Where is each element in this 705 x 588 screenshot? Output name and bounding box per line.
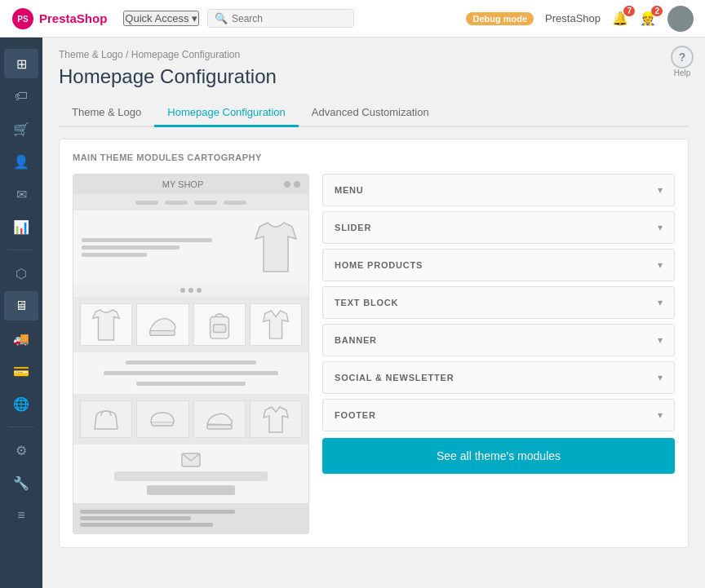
logo[interactable]: PS PrestaShop [11,7,107,30]
module-social-newsletter-header[interactable]: SOCIAL & NEWSLETTER ▾ [323,362,674,393]
wf-tb-line-3 [136,382,246,386]
breadcrumb-current: Homepage Configuration [131,49,240,60]
sidebar-item-modules[interactable]: ⬡ [4,259,38,288]
wf-banner-cap [136,400,188,438]
topbar-right: Debug mode PrestaShop 🔔 7 👷 2 [466,6,694,32]
wireframe-preview: MY SHOP [73,174,309,534]
notif-count: 7 [623,6,635,16]
module-text-block-header[interactable]: TEXT BLOCK ▾ [323,287,674,318]
wf-slider [73,210,308,284]
wf-header: MY SHOP [73,175,308,194]
sidebar-item-messages[interactable]: ✉ [4,179,38,209]
module-home-products-header[interactable]: HOME PRODUCTS ▾ [323,250,674,281]
module-slider-header[interactable]: SLIDER ▾ [323,212,674,243]
wf-shop-name: MY SHOP [82,179,284,189]
sidebar-item-dashboard[interactable]: ⊞ [4,49,38,78]
wf-mail-icon [181,453,201,467]
modules-col: MENU ▾ SLIDER ▾ HOME PRODUCTS ▾ [322,174,675,534]
wf-banner-grid [80,400,302,438]
store-name[interactable]: PrestaShop [545,12,601,24]
logo-text: PrestaShop [39,11,107,25]
help-circle-icon: ? [671,46,694,69]
debug-badge: Debug mode [466,12,534,25]
module-social-newsletter-label: SOCIAL & NEWSLETTER [335,373,454,382]
search-area: 🔍 [207,9,354,28]
wf-nav-item-1 [135,201,158,205]
quick-access-button[interactable]: Quick Access ▾ [123,11,199,26]
sidebar-item-intl[interactable]: 🌐 [4,389,38,418]
intl-icon: 🌐 [13,396,29,412]
wf-slider-dots [73,284,308,297]
sidebar-item-customers[interactable]: 👤 [4,147,38,176]
see-all-button[interactable]: See all theme's modules [322,438,675,474]
wf-textblock [73,352,308,394]
chevron-down-icon: ▾ [658,334,663,346]
sidebar-divider-1 [8,250,34,250]
sidebar-item-nav[interactable]: ≡ [4,501,38,530]
tab-homepage-config[interactable]: Homepage Configuration [154,99,299,127]
sidebar-item-settings[interactable]: ⚙ [4,435,38,465]
module-home-products-label: HOME PRODUCTS [335,260,423,270]
chevron-down-icon: ▾ [658,222,663,233]
wf-newsletter-btn [147,485,234,495]
module-banner-label: BANNER [335,335,377,345]
sidebar-item-payment[interactable]: 💳 [4,356,38,386]
module-footer-label: FOOTER [335,410,376,420]
help-bell[interactable]: 👷 2 [640,11,656,26]
chevron-down-icon: ▾ [658,184,663,196]
shipping-icon: 🚚 [13,331,29,347]
topbar: PS PrestaShop Quick Access ▾ 🔍 Debug mod… [0,0,705,38]
modules-icon: ⬡ [16,266,27,281]
page-title: Homepage Configuration [59,65,689,88]
menu-icon: ≡ [17,508,24,523]
wf-nav-bar [73,194,308,210]
module-text-block-label: TEXT BLOCK [335,298,398,307]
module-banner-header[interactable]: BANNER ▾ [323,325,674,356]
wf-dots [284,181,300,188]
messages-icon: ✉ [16,187,27,202]
sidebar-item-shipping[interactable]: 🚚 [4,324,38,353]
wf-line-3 [82,253,147,257]
payment-icon: 💳 [13,364,29,379]
sidebar-item-design[interactable]: 🖥 [4,291,38,321]
customers-icon: 👤 [13,154,29,170]
wf-products-grid [80,303,302,346]
search-input[interactable] [232,13,347,24]
dashboard-icon: ⊞ [16,56,27,72]
module-social-newsletter: SOCIAL & NEWSLETTER ▾ [322,361,675,394]
content-area: Theme & Logo / Homepage Configuration Ho… [42,38,705,588]
notifications-bell[interactable]: 🔔 7 [612,11,628,26]
module-text-block: TEXT BLOCK ▾ [322,286,675,319]
module-menu-label: MENU [335,185,364,195]
wf-line-1 [82,238,212,242]
module-footer-header[interactable]: FOOTER ▾ [323,400,674,431]
module-menu-header[interactable]: MENU ▾ [323,175,674,206]
svg-rect-5 [207,425,232,429]
module-home-products: HOME PRODUCTS ▾ [322,249,675,281]
wf-banner [73,394,308,444]
orders-icon: 🛒 [13,122,29,137]
section-title: MAIN THEME MODULES CARTOGRAPHY [73,153,675,162]
sidebar-item-orders[interactable]: 🛒 [4,114,38,144]
help-count: 2 [651,6,663,16]
chevron-down-icon: ▾ [658,409,663,421]
sidebar-item-catalog[interactable]: 🏷 [4,82,38,111]
wf-banner-sneaker [193,400,246,438]
search-icon: 🔍 [215,12,228,24]
two-col-layout: MY SHOP [73,174,675,534]
tabs: Theme & Logo Homepage Configuration Adva… [59,99,689,127]
sidebar-item-stats[interactable]: 📊 [4,212,38,241]
wf-tb-line-1 [126,360,257,365]
svg-text:PS: PS [17,15,29,24]
wf-newsletter-input [114,471,268,481]
main-wrapper: Theme & Logo / Homepage Configuration Ho… [42,38,705,588]
tab-theme-logo[interactable]: Theme & Logo [59,99,154,127]
prestashop-logo-icon: PS [11,7,34,30]
chevron-down-icon: ▾ [658,372,663,383]
module-slider: SLIDER ▾ [322,211,675,244]
avatar[interactable] [667,6,694,32]
help-button[interactable]: ? Help [671,46,694,77]
breadcrumb-parent[interactable]: Theme & Logo [59,49,123,60]
sidebar-item-advanced[interactable]: 🔧 [4,468,38,497]
tab-advanced-customization[interactable]: Advanced Customization [299,99,442,127]
